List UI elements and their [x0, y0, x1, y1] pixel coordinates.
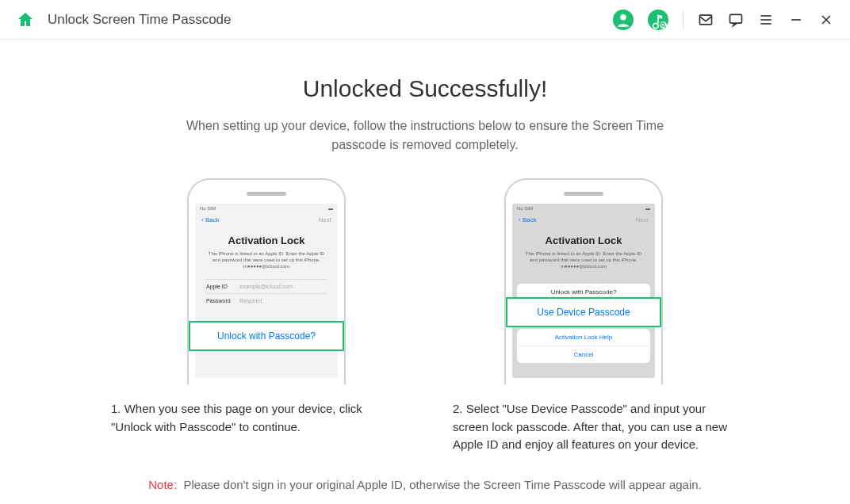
note-text: Please don't sign in your original Apple…	[184, 478, 702, 491]
app-title: Unlock Screen Time Passcode	[48, 12, 232, 28]
apple-id-placeholder: example@icloud.com	[239, 284, 293, 289]
phone-next: Next	[636, 216, 649, 223]
phones-container: No SIM ▬ ‹ Back Next Activation Lock Thi…	[48, 178, 802, 384]
app-header: Unlock Screen Time Passcode	[0, 0, 850, 40]
apple-id-label: Apple ID	[206, 284, 239, 289]
minimize-icon[interactable]	[788, 12, 804, 28]
divider	[683, 10, 683, 29]
svg-rect-7	[700, 15, 712, 25]
instructions: 1. When you see this page on your device…	[48, 400, 802, 454]
menu-icon[interactable]	[758, 12, 774, 28]
phone-next: Next	[319, 216, 331, 223]
menu-help: Activation Lock Help	[517, 329, 650, 346]
highlight-unlock-passcode: Unlock with Passcode?	[189, 321, 344, 351]
highlight-device-passcode: Use Device Passcode	[506, 297, 661, 327]
phone-illustration-2: No SIM ▬ ‹ Back Next Activation Lock Thi…	[504, 178, 663, 384]
note-row: Note: Please don't sign in your original…	[48, 478, 802, 492]
phone-illustration-1: No SIM ▬ ‹ Back Next Activation Lock Thi…	[187, 178, 346, 384]
activation-desc: This iPhone is linked to an Apple ID. En…	[523, 251, 644, 269]
activation-title: Activation Lock	[206, 235, 327, 246]
status-battery: ▬	[328, 206, 333, 211]
status-sim: No SIM	[200, 206, 216, 211]
svg-rect-8	[730, 14, 742, 23]
main-content: Unlocked Successfully! When setting up y…	[0, 40, 850, 504]
svg-point-1	[620, 13, 626, 20]
menu-cancel: Cancel	[517, 346, 650, 363]
instruction-2: 2. Select "Use Device Passcode" and inpu…	[453, 400, 739, 454]
password-label: Password	[206, 298, 239, 304]
feedback-icon[interactable]	[728, 12, 744, 28]
close-icon[interactable]	[818, 12, 834, 28]
header-left: Unlock Screen Time Passcode	[16, 10, 232, 29]
status-sim: No SIM	[517, 206, 533, 211]
user-icon[interactable]	[613, 10, 634, 30]
music-search-icon[interactable]	[648, 10, 668, 30]
mail-icon[interactable]	[698, 12, 714, 28]
password-placeholder: Required	[239, 298, 262, 304]
phone-back: ‹ Back	[519, 216, 537, 223]
activation-desc: This iPhone is linked to an Apple ID. En…	[206, 251, 327, 269]
header-right	[613, 10, 834, 30]
phone-back: ‹ Back	[201, 216, 220, 223]
page-subtitle: When setting up your device, follow the …	[163, 116, 687, 155]
activation-title: Activation Lock	[523, 235, 644, 246]
page-title: Unlocked Successfully!	[48, 75, 802, 102]
home-icon[interactable]	[16, 10, 35, 29]
menu-box-bottom: Activation Lock Help Cancel	[517, 329, 650, 363]
note-label: Note:	[148, 478, 177, 491]
instruction-1: 1. When you see this page on your device…	[111, 400, 397, 454]
status-battery: ▬	[645, 206, 650, 211]
